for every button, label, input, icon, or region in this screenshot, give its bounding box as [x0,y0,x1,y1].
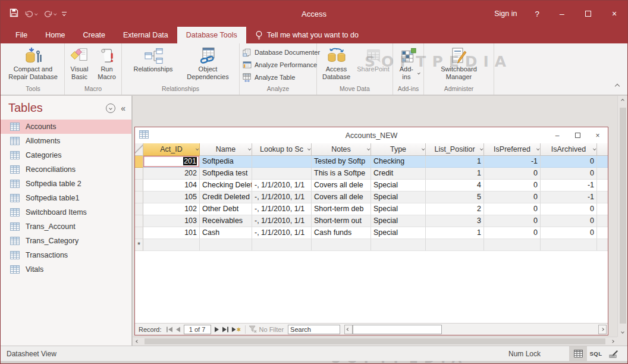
run-macro-button[interactable]: Run Macro [93,45,121,81]
previous-record-button[interactable] [174,325,182,334]
cell-isarchived[interactable]: 0 [541,227,597,239]
datasheet-horizontal-scrollbar[interactable] [344,325,607,334]
cell-name[interactable]: Other Debt [200,203,252,215]
cell-list-position[interactable]: 4 [426,180,484,192]
analyze-performance-button[interactable]: Analyze Performance [243,59,320,71]
compact-repair-database-button[interactable]: Compact and Repair Database [2,45,64,81]
cell-type[interactable]: Special [371,192,426,203]
cell-isarchived[interactable]: 0 [541,168,597,180]
cell-ispreferred[interactable]: 0 [484,203,541,215]
cell-lookup[interactable]: -, 1/1/2010, 1/1 [252,215,312,227]
close-button[interactable]: × [601,1,627,27]
scroll-left-button[interactable] [344,325,353,334]
nav-item-transactions[interactable]: Transactions [1,248,131,262]
cell-lookup[interactable] [252,156,312,168]
column-header-list-position[interactable]: List_Positior [426,143,484,156]
cell-notes[interactable]: Short-term out [312,215,371,227]
nav-item-allotments[interactable]: Allotments [1,134,131,148]
cell-empty[interactable] [426,239,484,251]
cell-act-id[interactable]: 105 [143,192,200,203]
datasheet-view-button[interactable] [569,346,587,361]
minimize-button[interactable]: – [549,1,575,27]
tab-database-tools[interactable]: Database Tools [177,27,246,43]
scroll-right-icon[interactable] [611,340,614,343]
nav-item-vitals[interactable]: Vitals [1,262,131,277]
row-selector[interactable] [135,227,143,239]
last-record-button[interactable] [221,325,230,334]
row-selector[interactable] [135,192,143,203]
cell-ispreferred[interactable]: 0 [484,215,541,227]
column-dropdown-icon[interactable] [307,147,310,150]
add-ins-button[interactable]: Add-ins [395,45,422,81]
cell-list-position[interactable]: 5 [426,192,484,203]
workspace-vertical-scrollbar[interactable] [617,96,627,337]
scroll-up-icon[interactable] [621,99,624,102]
cell-act-id[interactable]: 102 [143,203,200,215]
cell-isarchived[interactable]: -1 [541,180,597,192]
first-record-button[interactable] [165,325,174,334]
nav-pane-menu-icon[interactable] [106,103,115,113]
cell-name[interactable]: Credit Deleted [200,192,252,203]
cell-act-id[interactable]: 202 [143,168,200,180]
row-selector[interactable] [135,168,143,180]
cell-list-position[interactable]: 2 [426,203,484,215]
nav-item-softpedia-table1[interactable]: Softpedia table1 [1,191,131,205]
cell-name[interactable]: Softpedia [200,156,252,168]
cell-empty[interactable] [371,239,426,251]
cell-empty[interactable] [312,239,371,251]
column-header-lookup[interactable]: Lookup to Sc [252,143,312,156]
cell-type[interactable]: Special [371,215,426,227]
doc-minimize-button[interactable]: – [547,127,567,143]
redo-icon[interactable] [43,10,56,18]
column-header-act-id[interactable]: Act_ID [143,143,200,156]
cell-isarchived[interactable]: -1 [541,192,597,203]
cell-type[interactable]: Checking [371,156,426,168]
cell-ispreferred[interactable]: 0 [484,192,541,203]
column-header-ispreferred[interactable]: IsPreferred [484,143,541,156]
cell-lookup[interactable]: -, 1/1/2010, 1/1 [252,192,312,203]
new-record-button[interactable] [230,325,242,334]
column-dropdown-icon[interactable] [536,147,539,150]
column-dropdown-icon[interactable] [367,147,370,150]
database-documenter-button[interactable]: Database Documenter [243,46,320,58]
shutter-close-icon[interactable]: « [121,103,125,113]
cell-ispreferred[interactable]: 0 [484,227,541,239]
cell-notes[interactable]: Cash funds [312,227,371,239]
sign-in-button[interactable]: Sign in [494,10,517,18]
design-view-button[interactable] [605,346,623,361]
column-dropdown-icon[interactable] [593,147,596,150]
nav-item-switchboard-items[interactable]: Switchboard Items [1,205,131,219]
cell-lookup[interactable]: -, 1/1/2010, 1/1 [252,227,312,239]
cell-lookup[interactable]: -, 1/1/2010, 1/1 [252,203,312,215]
cell-lookup[interactable] [252,168,312,180]
save-icon[interactable] [10,8,18,20]
cell-list-position[interactable]: 1 [426,227,484,239]
doc-maximize-button[interactable] [567,127,588,143]
row-selector[interactable] [135,156,143,168]
cell-type[interactable]: Special [371,180,426,192]
cell-name[interactable]: Cash [200,227,252,239]
object-dependencies-button[interactable]: Object Dependencies [181,45,236,81]
new-record-selector[interactable]: * [135,239,143,251]
cell-notes[interactable]: Short-term deb [312,203,371,215]
column-dropdown-icon[interactable] [248,147,251,150]
access-database-button[interactable]: Access Database [318,45,355,81]
cell-empty[interactable] [484,239,541,251]
analyze-table-button[interactable]: Analyze Table [243,71,320,83]
workspace-horizontal-scrollbar[interactable] [133,337,617,346]
cell-empty[interactable] [541,239,597,251]
cell-act-id[interactable]: 103 [143,215,200,227]
cell-lookup[interactable]: -, 1/1/2010, 1/1 [252,180,312,192]
sql-view-button[interactable]: SQL [587,346,605,361]
no-filter-button[interactable]: No Filter [249,325,284,333]
cell-name[interactable]: Receivables [200,215,252,227]
scrollbar-thumb[interactable] [145,338,605,344]
record-position-box[interactable]: 1 of 7 [184,325,211,334]
cell-ispreferred[interactable]: 0 [484,180,541,192]
column-dropdown-icon[interactable] [422,147,425,150]
cell-list-position[interactable]: 1 [426,168,484,180]
next-record-button[interactable] [213,325,221,334]
tab-external-data[interactable]: External Data [114,27,177,43]
column-header-notes[interactable]: Notes [312,143,371,156]
column-dropdown-icon[interactable] [196,147,199,150]
